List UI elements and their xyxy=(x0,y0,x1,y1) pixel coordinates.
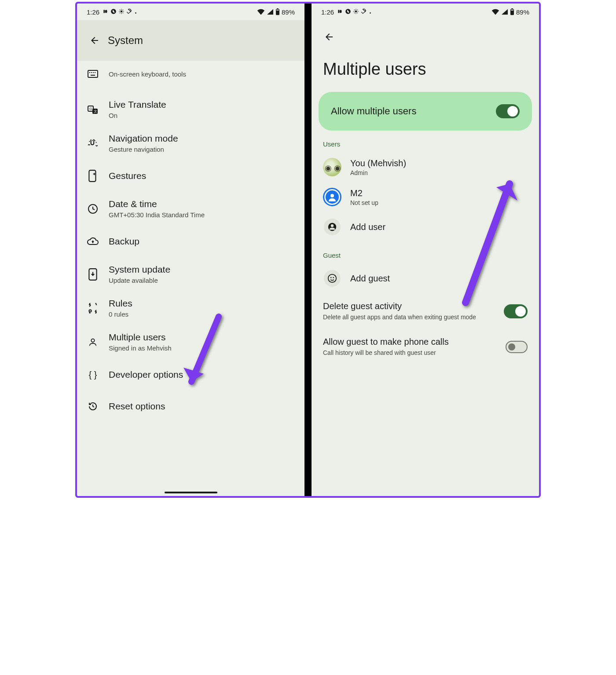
add-guest-row[interactable]: Add guest xyxy=(312,263,539,293)
svg-rect-14 xyxy=(276,10,279,11)
svg-text:G: G xyxy=(89,107,92,111)
svg-point-32 xyxy=(91,339,94,342)
clock-icon xyxy=(88,204,98,214)
screen-multiple-users: 1:26 • 89% Multiple users Allow multiple… xyxy=(312,4,539,496)
screen-system-settings: 1:26 • 89% System On-screen keyboard, xyxy=(77,4,304,496)
svg-line-11 xyxy=(123,9,123,10)
allow-multiple-users-card[interactable]: Allow multiple users xyxy=(319,92,532,131)
rules-icon xyxy=(88,303,98,314)
keyboard-icon xyxy=(88,70,98,78)
setting-row-reset[interactable]: Reset options xyxy=(77,390,304,422)
avatar xyxy=(323,158,341,176)
svg-point-54 xyxy=(330,277,332,278)
user-row-you[interactable]: You (Mehvish) Admin xyxy=(312,152,539,182)
svg-point-25 xyxy=(89,141,90,142)
add-user-icon xyxy=(324,219,341,235)
svg-point-50 xyxy=(330,194,334,197)
svg-line-8 xyxy=(120,9,120,10)
svg-point-53 xyxy=(328,274,336,282)
back-button[interactable] xyxy=(85,31,104,50)
guest-phone-calls-row[interactable]: Allow guest to make phone calls Call his… xyxy=(312,329,539,365)
setting-row-gestures[interactable]: Gestures xyxy=(77,160,304,192)
person-icon xyxy=(88,337,98,347)
svg-rect-15 xyxy=(88,70,98,77)
delete-guest-toggle[interactable] xyxy=(504,304,528,318)
allow-multiple-users-toggle[interactable] xyxy=(496,104,520,118)
setting-title: Gestures xyxy=(109,171,146,181)
setting-title: Allow guest to make phone calls xyxy=(323,337,499,347)
battery-icon xyxy=(510,8,514,15)
setting-title: Live Translate xyxy=(109,99,166,110)
setting-sub: Update available xyxy=(109,277,170,284)
back-button[interactable] xyxy=(319,27,339,47)
svg-line-9 xyxy=(123,12,123,13)
svg-rect-13 xyxy=(277,8,278,9)
setting-title: Navigation mode xyxy=(109,133,178,144)
nav-handle[interactable] xyxy=(165,492,217,493)
svg-line-45 xyxy=(354,12,355,13)
setting-row-backup[interactable]: Backup xyxy=(77,226,304,257)
setting-title: Multiple users xyxy=(109,332,172,343)
battery-icon xyxy=(275,8,280,15)
user-sub: Not set up xyxy=(350,199,378,206)
setting-sub: On xyxy=(109,112,166,119)
setting-title: System update xyxy=(109,264,170,275)
setting-title: Backup xyxy=(109,236,139,247)
setting-title: Reset options xyxy=(109,401,165,412)
svg-rect-48 xyxy=(511,8,513,9)
wifi-icon xyxy=(491,9,499,15)
add-guest-label: Add guest xyxy=(350,274,390,284)
setting-title: Date & time xyxy=(109,199,205,209)
setting-row-system-update[interactable]: System update Update available xyxy=(77,257,304,291)
svg-point-55 xyxy=(333,277,334,278)
svg-text:文: 文 xyxy=(94,109,97,113)
setting-row-rules[interactable]: Rules 0 rules xyxy=(77,291,304,325)
setting-sub: Call history will be shared with guest u… xyxy=(323,349,477,357)
setting-title: Developer options xyxy=(109,369,183,380)
status-bar: 1:26 • 89% xyxy=(77,4,304,20)
setting-sub: Delete all guest apps and data when exit… xyxy=(323,313,477,321)
delete-guest-activity-row[interactable]: Delete guest activity Delete all guest a… xyxy=(312,293,539,329)
svg-line-43 xyxy=(354,9,355,10)
user-title: You (Mehvish) xyxy=(350,158,406,168)
app-bar: System xyxy=(77,20,304,61)
svg-rect-1 xyxy=(105,10,107,13)
setting-row-date-time[interactable]: Date & time GMT+05:30 India Standard Tim… xyxy=(77,192,304,226)
guest-phone-toggle[interactable] xyxy=(506,341,528,353)
setting-title: Rules xyxy=(109,298,132,309)
setting-row-developer[interactable]: { } Developer options xyxy=(77,359,304,390)
status-bar: 1:26 • 89% xyxy=(312,4,539,20)
svg-point-26 xyxy=(96,142,97,142)
setting-row-navigation[interactable]: Navigation mode Gesture navigation xyxy=(77,126,304,160)
svg-rect-20 xyxy=(91,75,95,76)
setting-sub: On-screen keyboard, tools xyxy=(109,70,186,78)
add-user-row[interactable]: Add user xyxy=(312,212,539,242)
status-time: 1:26 xyxy=(87,8,99,16)
allow-multiple-users-label: Allow multiple users xyxy=(331,106,416,117)
setting-title: Delete guest activity xyxy=(323,301,498,311)
signal-icon xyxy=(501,9,508,15)
svg-rect-17 xyxy=(91,72,92,73)
svg-point-38 xyxy=(355,10,357,12)
reset-icon xyxy=(88,401,98,412)
users-section-header: Users xyxy=(312,131,539,152)
svg-rect-35 xyxy=(338,10,340,13)
translate-icon: G文 xyxy=(88,104,98,115)
user-row-m2[interactable]: M2 Not set up xyxy=(312,182,539,212)
phone-download-icon xyxy=(88,268,97,281)
setting-row-keyboard[interactable]: On-screen keyboard, tools xyxy=(77,61,304,92)
svg-line-10 xyxy=(120,12,120,13)
setting-row-multiple-users[interactable]: Multiple users Signed in as Mehvish xyxy=(77,325,304,359)
wifi-icon xyxy=(257,9,265,15)
battery-text: 89% xyxy=(516,8,529,16)
phone-sparkle-icon xyxy=(88,170,97,182)
guest-section-header: Guest xyxy=(312,242,539,263)
cloud-upload-icon xyxy=(87,237,99,246)
avatar xyxy=(323,188,341,206)
page-title: System xyxy=(108,34,143,47)
svg-line-46 xyxy=(357,9,358,10)
setting-sub: GMT+05:30 India Standard Time xyxy=(109,211,205,219)
svg-point-3 xyxy=(121,10,123,12)
svg-rect-27 xyxy=(89,170,95,182)
setting-row-live-translate[interactable]: G文 Live Translate On xyxy=(77,92,304,126)
